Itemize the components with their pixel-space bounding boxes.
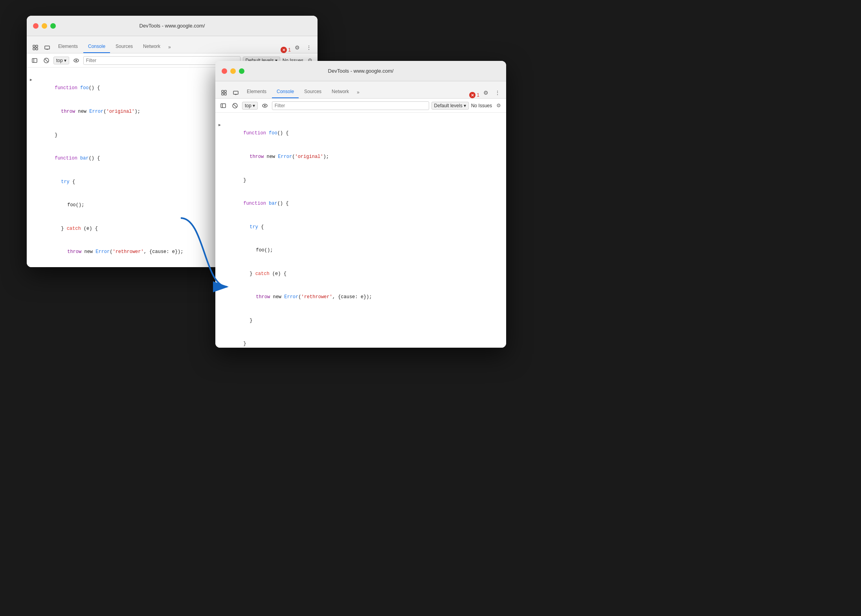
svg-rect-4 xyxy=(45,46,50,49)
sidebar-toggle-1[interactable] xyxy=(30,56,39,65)
tab-elements-2[interactable]: Elements xyxy=(242,86,271,98)
kebab-icon-2[interactable]: ⋮ xyxy=(492,87,503,98)
svg-rect-17 xyxy=(233,91,238,94)
device-icon-2[interactable] xyxy=(230,87,241,98)
cursor-icon-2[interactable] xyxy=(218,87,229,98)
kebab-icon-1[interactable]: ⋮ xyxy=(303,42,314,53)
traffic-lights-2 xyxy=(222,68,244,74)
error-count-2: 1 xyxy=(477,92,479,98)
devtools-window-2: DevTools - www.google.com/ Elements Cons… xyxy=(215,61,506,348)
svg-rect-0 xyxy=(33,45,35,47)
console-toolbar-2: top ▾ Default levels ▾ No Issues ⚙ xyxy=(215,99,506,113)
svg-point-12 xyxy=(75,60,77,61)
svg-rect-13 xyxy=(222,90,224,92)
w2-code-line-5: try { xyxy=(215,215,506,239)
filter-input-2[interactable] xyxy=(272,101,429,110)
tab-elements-1[interactable]: Elements xyxy=(53,40,83,53)
w2-code-line-7: } catch (e) { xyxy=(215,262,506,286)
no-issues-2: No Issues xyxy=(471,103,492,108)
w2-code-line-2: throw new Error('original'); xyxy=(215,145,506,169)
traffic-lights-1 xyxy=(33,23,56,29)
tab-sources-2[interactable]: Sources xyxy=(299,86,326,98)
error-badge-2: ✕ 1 xyxy=(469,92,479,98)
close-button-1[interactable] xyxy=(33,23,39,29)
w2-code-line-6: foo(); xyxy=(215,239,506,262)
svg-line-10 xyxy=(45,59,48,62)
error-dot-2: ✕ xyxy=(469,92,475,98)
settings-icon-2[interactable]: ⚙ xyxy=(480,87,491,98)
w2-code-line-8: throw new Error('rethrower', {cause: e})… xyxy=(215,286,506,309)
device-icon-1[interactable] xyxy=(42,42,53,53)
tab-console-2[interactable]: Console xyxy=(272,86,299,98)
tab-more-1[interactable]: » xyxy=(166,41,173,53)
window-title-1: DevTools - www.google.com/ xyxy=(140,23,205,29)
maximize-button-2[interactable] xyxy=(239,68,244,74)
title-bar-1: DevTools - www.google.com/ xyxy=(27,16,318,36)
close-button-2[interactable] xyxy=(222,68,227,74)
window-title-2: DevTools - www.google.com/ xyxy=(328,68,394,74)
eye-icon-1[interactable] xyxy=(72,56,81,65)
svg-rect-14 xyxy=(224,90,226,92)
clear-icon-2[interactable] xyxy=(230,101,240,110)
minimize-button-1[interactable] xyxy=(42,23,47,29)
error-dot-1: ✕ xyxy=(281,47,287,53)
chevron-down-icon-1: ▾ xyxy=(64,58,66,63)
settings-icon-1[interactable]: ⚙ xyxy=(292,42,303,53)
top-label-1: top xyxy=(56,58,63,63)
svg-rect-16 xyxy=(224,93,226,95)
svg-rect-7 xyxy=(32,59,37,62)
tab-sources-1[interactable]: Sources xyxy=(111,40,138,53)
w2-code-line-3: } xyxy=(215,169,506,192)
tab-more-2[interactable]: » xyxy=(354,86,362,98)
svg-rect-1 xyxy=(36,45,38,47)
svg-rect-15 xyxy=(222,93,224,95)
tab-console-1[interactable]: Console xyxy=(83,40,110,53)
default-levels-label-2: Default levels xyxy=(434,103,463,108)
gear-icon-2[interactable]: ⚙ xyxy=(494,101,503,110)
expand-arrow-1[interactable]: ▶ xyxy=(30,77,32,83)
svg-rect-3 xyxy=(36,48,38,50)
svg-rect-20 xyxy=(221,104,226,108)
error-badge-1: ✕ 1 xyxy=(281,47,291,53)
chevron-down-icon-3: ▾ xyxy=(253,103,255,108)
cursor-icon-1[interactable] xyxy=(30,42,41,53)
context-selector-2[interactable]: top ▾ xyxy=(242,102,258,110)
minimize-button-2[interactable] xyxy=(230,68,236,74)
chevron-down-icon-4: ▾ xyxy=(464,103,466,108)
w2-expand-arrow-1[interactable]: ▶ xyxy=(218,122,221,128)
tab-bar-2: Elements Console Sources Network » ✕ 1 ⚙… xyxy=(215,81,506,99)
svg-point-25 xyxy=(264,105,266,106)
w2-code-line-9: } xyxy=(215,309,506,333)
context-selector-1[interactable]: top ▾ xyxy=(53,57,69,64)
w2-code-line-1: ▶ function foo() { xyxy=(215,114,506,145)
title-bar-2: DevTools - www.google.com/ xyxy=(215,61,506,81)
eye-icon-2[interactable] xyxy=(260,101,270,110)
default-levels-2[interactable]: Default levels ▾ xyxy=(431,102,469,110)
svg-rect-2 xyxy=(33,48,35,50)
svg-line-23 xyxy=(233,104,237,107)
tab-bar-1: Elements Console Sources Network » ✕ 1 ⚙… xyxy=(27,36,318,53)
sidebar-toggle-2[interactable] xyxy=(218,101,228,110)
w2-code-line-10: } xyxy=(215,332,506,348)
clear-icon-1[interactable] xyxy=(42,56,51,65)
maximize-button-1[interactable] xyxy=(50,23,56,29)
error-count-1: 1 xyxy=(288,47,291,53)
top-label-2: top xyxy=(245,103,252,108)
tab-network-2[interactable]: Network xyxy=(327,86,354,98)
w2-code-line-4: function bar() { xyxy=(215,192,506,216)
console-content-2: ▶ function foo() { throw new Error('orig… xyxy=(215,113,506,348)
tab-network-1[interactable]: Network xyxy=(138,40,165,53)
